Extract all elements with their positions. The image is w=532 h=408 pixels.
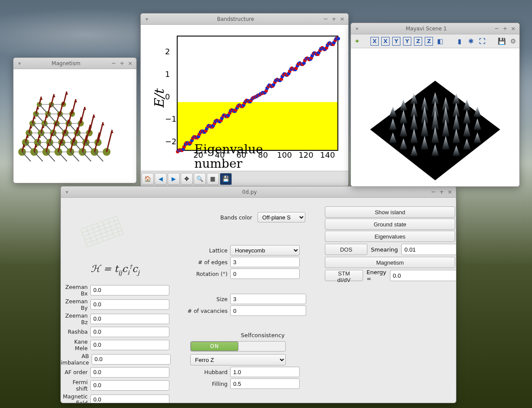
zeeman-bz-input[interactable] [90,314,169,324]
svg-line-154 [83,152,91,162]
svg-line-144 [58,152,67,162]
size-label: Size [187,296,230,302]
mayavi-toolbar: ✦ X X Y Y Z Z ◧ ▮ ✱ ⛶ 💾 ⚙ [351,34,519,48]
maximize-icon[interactable]: + [119,60,126,67]
bandstructure-window: ▾ Bandstructure − + × E/t Eigenvalue num… [140,13,349,187]
n-edges-input[interactable] [230,257,300,267]
maximize-icon[interactable]: + [502,25,509,32]
magnetism-title: Magnetism [23,60,109,66]
ab-imbalance-label: AB imbalance [61,353,92,366]
svg-marker-13 [40,96,43,100]
zeeman-bx-input[interactable] [90,285,169,295]
af-order-input[interactable] [90,367,169,378]
view-minus-x-icon[interactable]: X [381,37,390,46]
svg-line-9 [108,219,114,237]
rashba-label: Rashba [61,328,90,335]
hubbard-input[interactable] [230,367,300,377]
n-vacancies-input[interactable] [230,305,306,316]
svg-line-134 [34,152,43,162]
configure-subplots-icon[interactable]: ▦ [207,173,219,185]
save-scene-icon[interactable]: ▮ [455,36,464,46]
close-icon[interactable]: × [339,16,346,23]
bands-color-label: Bands color [220,214,254,221]
svg-marker-64 [83,107,86,110]
kane-mele-input[interactable] [90,340,169,350]
view-plus-z-icon[interactable]: Z [414,37,422,46]
main-title: 0d.py [70,189,429,195]
mayavi-3d-viewport[interactable] [351,48,519,186]
view-minus-y-icon[interactable]: Y [403,37,411,46]
svg-marker-92 [92,115,95,118]
view-minus-z-icon[interactable]: Z [425,37,433,46]
isometric-view-icon[interactable]: ◧ [436,36,444,46]
band-titlebar: ▾ Bandstructure − + × [141,13,348,25]
view-plus-x-icon[interactable]: X [370,37,379,46]
chevron-down-icon[interactable]: ▾ [63,189,70,196]
maximize-icon[interactable]: + [330,16,337,23]
pan-icon[interactable]: ✥ [181,173,193,185]
zeeman-by-input[interactable] [90,299,169,310]
bands-color-select[interactable]: Off-plane S [258,212,305,222]
matplotlib-toolbar: 🏠 ◀ ▶ ✥ 🔍 ▦ 💾 [141,171,348,186]
hamiltonian-equation: ℋ = tijci†cj [61,263,169,276]
band-title: Bandstructure [150,16,321,22]
chevron-down-icon[interactable]: ▾ [16,60,23,67]
minimize-icon[interactable]: − [493,25,500,32]
show-island-button[interactable]: Show island [325,206,455,218]
minimize-icon[interactable]: − [430,189,437,196]
af-order-label: AF order [61,369,90,375]
selfconsistency-title: Selfconsistency [187,332,339,338]
main-titlebar: ▾ 0d.py − + × [61,186,456,198]
maximize-icon[interactable]: + [438,189,445,196]
energy-input[interactable] [390,270,456,281]
back-arrow-icon[interactable]: ◀ [155,173,167,185]
scene-light-icon[interactable]: ✱ [466,36,475,46]
save-icon[interactable]: 💾 [497,36,506,46]
fullscreen-icon[interactable]: ⛶ [478,36,487,46]
svg-rect-0 [81,216,123,247]
minimize-icon[interactable]: − [322,16,329,23]
minimize-icon[interactable]: − [110,60,117,67]
ground-state-button[interactable]: Ground state [325,219,455,230]
settings-icon[interactable]: ⚙ [509,36,518,46]
rotation-input[interactable] [230,269,300,279]
close-icon[interactable]: × [127,60,134,67]
view-plus-y-icon[interactable]: Y [392,37,400,46]
fermi-shift-input[interactable] [90,380,169,391]
eigenvalue-scatter-plot[interactable]: E/t Eigenvalue number −2−1012 2040608010… [144,29,345,169]
chevron-down-icon[interactable]: ▾ [143,16,150,23]
smearing-input[interactable] [401,244,456,255]
forward-arrow-icon[interactable]: ▶ [168,173,180,185]
mayavi-title: Mayavi Scene 1 [360,26,492,32]
magnetism-3d-plot[interactable] [13,69,136,183]
chevron-down-icon[interactable]: ▾ [354,25,360,32]
close-icon[interactable]: × [510,25,517,32]
filling-label: Filling [187,381,230,387]
rotation-label: Rotation (°) [187,271,230,277]
filling-input[interactable] [230,378,300,389]
zeeman-bx-label: Zeeman Bx [61,284,90,297]
selfconsistency-toggle[interactable]: ON [190,341,286,352]
ab-imbalance-input[interactable] [92,354,171,365]
zeeman-by-label: Zeeman By [61,298,90,311]
lattice-label: Lattice [187,247,230,254]
home-icon[interactable]: 🏠 [142,173,154,185]
lattice-preview-icon [78,214,126,249]
save-icon[interactable]: 💾 [220,173,232,185]
magnetic-field-input[interactable] [90,395,169,403]
eigenvalues-button[interactable]: Eigenvalues [325,231,455,242]
scf-type-select[interactable]: Ferro Z [190,354,286,365]
lattice-select[interactable]: Honeycomb [230,245,300,255]
svg-marker-163 [110,130,113,133]
zoom-icon[interactable]: 🔍 [194,173,206,185]
svg-line-139 [46,152,55,162]
rashba-input[interactable] [90,327,169,337]
size-input[interactable] [230,294,306,304]
close-icon[interactable]: × [446,189,453,196]
svg-line-129 [22,152,31,162]
dos-button[interactable]: DOS [325,244,367,255]
n-vacancies-label: # of vacancies [187,308,230,314]
axes-icon[interactable]: ✦ [353,36,361,46]
magnetism-button[interactable]: Magnetism [325,257,455,268]
stm-button[interactable]: STM dI/dV [325,270,363,281]
